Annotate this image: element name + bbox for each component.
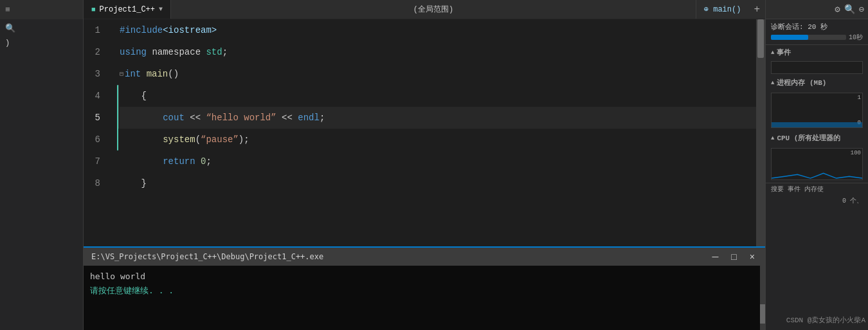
code-line-5: cout << “hello world” << endl;: [120, 107, 756, 129]
sidebar: ≡ 🔍 ): [0, 0, 84, 330]
events-chart: [771, 61, 863, 74]
right-panel: ⚙ 🔍 ⊖ 诊断会话: 20 秒 10秒 ▲ 事件 ▲ 进程内存 (MB) 1 …: [765, 0, 868, 330]
panel-bottom-row: 搜要 事件 内存使: [766, 183, 868, 195]
lp: (: [195, 134, 201, 145]
close-brace: }: [120, 178, 147, 188]
terminal-panel: E:\VS_Projects\Project1_C++\Debug\Projec…: [84, 246, 765, 330]
breadcrumb-function: ⊕ main(): [704, 5, 741, 14]
sidebar-top: ≡: [0, 0, 83, 19]
panel-bottom-text1: 搜要: [771, 185, 784, 194]
cpu-label: CPU (所有处理器的: [777, 133, 840, 143]
keyword-endl: endl: [298, 113, 320, 123]
code-line-2: using namespace std;: [120, 41, 756, 63]
terminal-prompt-text: 请按任意键继续. . .: [90, 286, 174, 295]
terminal-output-1: hello world: [90, 270, 759, 284]
line-num-5: 5: [84, 107, 108, 129]
memory-chart: 1 0: [771, 93, 863, 128]
tab-add-button[interactable]: +: [748, 0, 765, 19]
terminal-title-bar: E:\VS_Projects\Project1_C++\Debug\Projec…: [84, 248, 765, 266]
ns-std: std: [206, 47, 222, 57]
diag-session: 诊断会话: 20 秒 10秒: [766, 19, 868, 45]
indent5: [120, 113, 163, 123]
settings-icon[interactable]: ⚙: [835, 4, 840, 15]
semi5: ;: [320, 113, 325, 123]
indent7: [120, 156, 163, 167]
terminal-minimize-button[interactable]: ─: [709, 250, 721, 263]
open-brace: {: [120, 91, 147, 101]
keyword-include: #include: [120, 25, 163, 35]
terminal-restore-button[interactable]: □: [728, 250, 739, 263]
scroll-count-row: 0 个、: [766, 195, 868, 206]
diag-progress-fill: [771, 35, 808, 40]
tab-file-icon: ■: [91, 6, 96, 14]
include-path: <iostream>: [163, 25, 217, 35]
code-line-7: return 0;: [120, 151, 756, 172]
keyword-using: using: [120, 47, 147, 57]
space2: [141, 69, 146, 79]
cpu-chart-svg: [772, 149, 862, 179]
semicolon: ;: [222, 47, 228, 57]
indent6: [120, 134, 163, 145]
memory-chart-fill: [772, 122, 862, 127]
terminal-output-2: 请按任意键继续. . .: [90, 284, 759, 298]
add-tab-icon: +: [754, 4, 760, 15]
breadcrumb-center: (全局范围): [171, 0, 696, 19]
line-num-4: 4: [84, 85, 108, 107]
diag-progress-bar: [771, 35, 846, 40]
line-num-2: 2: [84, 41, 108, 63]
zoom-out-icon[interactable]: ⊖: [859, 4, 864, 15]
zoom-in-icon[interactable]: 🔍: [844, 4, 855, 15]
terminal-body: hello world 请按任意键继续. . .: [84, 266, 765, 330]
parens: (): [168, 69, 179, 79]
diag-title-text: 诊断会话: 20 秒: [771, 22, 863, 32]
keyword-return: return: [163, 156, 195, 167]
collapse-icon: ⊟: [120, 70, 123, 78]
op-left: <<: [185, 113, 206, 123]
sidebar-bracket: ): [0, 37, 83, 49]
memory-label: 进程内存 (MB): [777, 78, 826, 87]
fn-main: main: [147, 69, 168, 79]
line-num-1: 1: [84, 19, 108, 41]
watermark: CSDN @卖女孩的小火柴A: [786, 315, 865, 325]
editor-tab[interactable]: ■ Project1_C++ ▼: [84, 0, 171, 19]
memory-header: ▲ 进程内存 (MB): [766, 75, 868, 90]
keyword-cout: cout: [163, 113, 185, 123]
keyword-int: int: [125, 69, 141, 79]
diag-time-label: 10秒: [849, 33, 863, 42]
tab-dropdown-icon[interactable]: ▼: [159, 6, 163, 13]
code-line-8: }: [120, 172, 756, 194]
line-num-8: 8: [84, 172, 108, 194]
line-num-6: 6: [84, 129, 108, 151]
panel-bottom-text2: 事件 内存使: [788, 185, 824, 194]
tab-bar: ■ Project1_C++ ▼ (全局范围) ⊕ main() +: [84, 0, 765, 19]
code-line-6: system(“pause”);: [120, 129, 756, 151]
memory-top-label: 1: [858, 95, 861, 101]
terminal-close-button[interactable]: ×: [747, 250, 757, 263]
tab-title: Project1_C++: [100, 5, 155, 14]
events-label: 事件: [777, 48, 791, 57]
code-line-4: {: [120, 85, 756, 107]
cpu-header: ▲ CPU (所有处理器的: [766, 131, 868, 145]
indent-guide: [118, 85, 119, 129]
scroll-count-text: 0 个、: [842, 196, 863, 205]
terminal-controls: ─ □ ×: [709, 250, 757, 263]
terminal-scrollbar[interactable]: [760, 266, 765, 330]
code-line-3: ⊟int main(): [120, 63, 756, 85]
cpu-chart: 100: [771, 148, 863, 180]
line-num-7: 7: [84, 151, 108, 172]
string-pause: “pause”: [201, 134, 239, 145]
sidebar-menu-icon: ≡: [5, 5, 10, 15]
op-left2: <<: [276, 113, 298, 123]
code-line-1: #include<iostream>: [120, 19, 756, 41]
editor-area: ■ Project1_C++ ▼ (全局范围) ⊕ main() + 1 2 3…: [84, 0, 765, 330]
sidebar-search[interactable]: 🔍: [0, 19, 83, 37]
terminal-scrollbar-thumb: [760, 304, 765, 324]
rp: );: [239, 134, 249, 145]
breadcrumb-right: ⊕ main(): [696, 0, 749, 19]
space7: [195, 156, 201, 167]
scrollbar-thumb: [757, 19, 764, 58]
string-hello: “hello world”: [206, 113, 276, 123]
events-header: ▲ 事件: [766, 45, 868, 60]
code-lines: #include<iostream> using namespace std; …: [120, 19, 756, 194]
search-icon: 🔍: [5, 23, 15, 33]
